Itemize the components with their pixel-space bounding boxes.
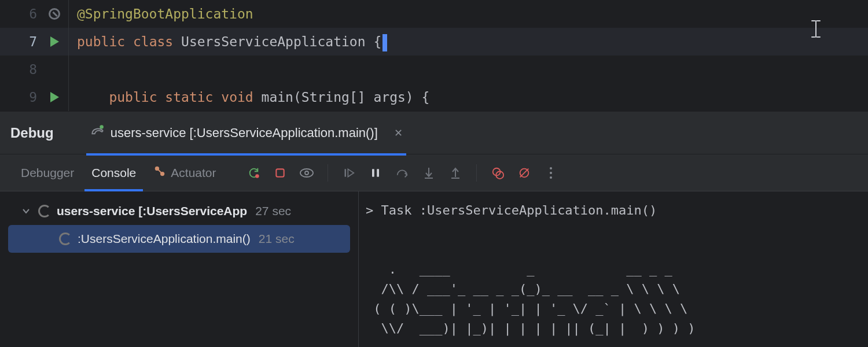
svg-point-21: [550, 176, 552, 179]
debug-toolbar: Debugger Console Actuator: [0, 154, 868, 191]
svg-point-7: [305, 171, 308, 175]
tree-child-time: 21 sec: [259, 232, 295, 246]
text-caret: [382, 34, 387, 51]
code-text: public class UsersServiceApplication {: [77, 28, 387, 56]
tree-root-time: 27 sec: [255, 204, 291, 218]
no-entry-icon: [41, 8, 68, 20]
debug-title: Debug: [10, 125, 54, 141]
code-line-current[interactable]: 7 public class UsersServiceApplication {: [0, 28, 868, 56]
close-icon[interactable]: ✕: [394, 127, 403, 139]
tree-child-label: :UsersServiceApplication.main(): [78, 232, 251, 246]
gutter-divider: [68, 83, 69, 111]
mute-breakpoints-icon[interactable]: [513, 161, 536, 184]
debug-panel-header: Debug users-service [:UsersServiceApplic…: [0, 111, 868, 154]
chevron-down-icon[interactable]: [22, 204, 32, 218]
ascii-art-line: /\\ / ___'_ __ _ _(_)_ __ __ _ \ \ \ \: [366, 282, 680, 296]
gutter-divider: [68, 56, 69, 83]
code-line[interactable]: 8: [0, 56, 868, 83]
text-cursor-icon: [810, 20, 822, 48]
more-actions-button[interactable]: [539, 161, 562, 184]
svg-point-20: [550, 172, 552, 174]
svg-point-6: [300, 169, 313, 177]
tab-console[interactable]: Console: [84, 154, 143, 191]
view-breakpoints-button[interactable]: [295, 161, 318, 184]
svg-line-3: [159, 169, 162, 173]
gutter-divider: [68, 0, 69, 28]
line-number: 8: [0, 56, 41, 83]
svg-point-0: [100, 125, 104, 129]
svg-rect-5: [276, 169, 284, 176]
actuator-icon: [153, 165, 166, 180]
line-number: 7: [0, 28, 41, 56]
ascii-art-line: ( ( )\___ | '_ | '_| | '_ \/ _` | \ \ \ …: [366, 301, 687, 316]
resume-button[interactable]: [337, 161, 361, 184]
tree-row-child[interactable]: :UsersServiceApplication.main() 21 sec: [8, 225, 350, 253]
code-line[interactable]: 6 @SpringBootApplication: [0, 0, 868, 28]
tab-actuator[interactable]: Actuator: [146, 154, 223, 191]
console-line: > Task :UsersServiceApplication.main(): [366, 203, 657, 217]
process-tree[interactable]: users-service [:UsersServiceApp 27 sec :…: [0, 191, 359, 347]
run-gutter-icon[interactable]: [41, 36, 68, 47]
annotation-token: @SpringBootApplication: [77, 6, 253, 21]
debug-run-config-tab[interactable]: users-service [:UsersServiceApplication.…: [86, 113, 406, 156]
svg-point-19: [550, 167, 552, 169]
code-text: public static void main(String[] args) {: [77, 83, 429, 111]
stop-button[interactable]: [269, 161, 292, 184]
ascii-art-line: . ____ _ __ _ _: [366, 262, 672, 276]
view-breakpoints-icon[interactable]: [486, 161, 509, 184]
step-over-button[interactable]: [391, 161, 414, 184]
gutter-divider: [68, 28, 69, 56]
tree-root-label: users-service [:UsersServiceApp: [57, 204, 247, 218]
svg-rect-10: [377, 169, 379, 177]
spinner-icon: [59, 232, 72, 245]
line-number: 9: [0, 83, 41, 111]
svg-point-4: [255, 174, 259, 178]
debug-body: users-service [:UsersServiceApp 27 sec :…: [0, 191, 868, 347]
ascii-art-line: \\/ ___)| |_)| | | | | || (_| | ) ) ) ): [366, 321, 696, 335]
gradle-run-icon: [90, 124, 105, 142]
spinner-icon: [38, 205, 51, 217]
console-output[interactable]: > Task :UsersServiceApplication.main() .…: [359, 191, 868, 347]
svg-rect-9: [372, 169, 374, 177]
step-into-button[interactable]: [417, 161, 440, 184]
tab-debugger[interactable]: Debugger: [14, 154, 81, 191]
code-editor[interactable]: 6 @SpringBootApplication 7 public class …: [0, 0, 868, 111]
line-number: 6: [0, 0, 41, 28]
rerun-button[interactable]: [242, 161, 265, 184]
toolbar-separator: [328, 164, 328, 182]
run-gutter-icon[interactable]: [41, 92, 68, 102]
pause-button[interactable]: [364, 161, 387, 184]
code-line[interactable]: 9 public static void main(String[] args)…: [0, 83, 868, 111]
step-out-button[interactable]: [444, 161, 467, 184]
toolbar-separator: [476, 164, 477, 182]
debug-tab-label: users-service [:UsersServiceApplication.…: [111, 125, 378, 141]
svg-rect-8: [344, 169, 346, 176]
tree-row-root[interactable]: users-service [:UsersServiceApp 27 sec: [0, 197, 358, 225]
